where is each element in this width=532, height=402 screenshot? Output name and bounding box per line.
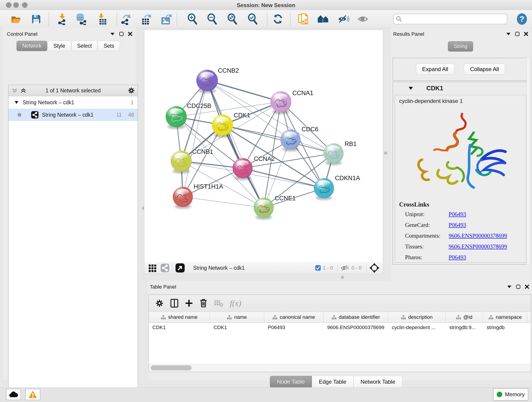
panel-close-icon[interactable] <box>524 32 528 36</box>
network-tree-header: 1 of 1 Network selected <box>8 85 138 96</box>
warning-status-button[interactable] <box>25 389 40 400</box>
hide-selected-button[interactable] <box>337 13 349 25</box>
selected-checkbox-icon[interactable] <box>315 265 321 271</box>
network-row[interactable]: String Network – cdk1 11 48 <box>8 109 138 121</box>
crosslink-link[interactable]: 9606.ENSP00000378699 <box>449 243 507 250</box>
tab-network-table[interactable]: Network Table <box>354 376 403 388</box>
tree-expander-icon[interactable] <box>14 101 19 104</box>
panel-close-icon[interactable] <box>128 32 133 36</box>
panel-menu-icon[interactable] <box>507 285 512 288</box>
node-CCNB2[interactable]: CCNB2 <box>196 67 239 93</box>
current-network-name: String Network – cdk1 <box>193 265 245 271</box>
import-table-icon <box>97 13 108 25</box>
clone-network-button[interactable] <box>297 13 309 25</box>
crosslink-link[interactable]: P06493 <box>449 211 466 217</box>
zoom-fit-button[interactable] <box>226 13 238 25</box>
collapse-all-button[interactable]: Collapse All <box>464 64 505 75</box>
table-options-gear-icon[interactable] <box>155 299 164 307</box>
zoom-in-icon <box>187 13 198 25</box>
apply-layout-button[interactable] <box>272 13 284 25</box>
zoom-selected-button[interactable] <box>247 13 259 25</box>
crosslink-link[interactable]: P06493 <box>449 222 466 228</box>
first-neighbors-button[interactable] <box>317 13 329 25</box>
bottom-splitter-handle[interactable] <box>341 276 344 279</box>
node-CDKN1A[interactable]: CDKN1A <box>314 175 360 200</box>
cloud-status-button[interactable] <box>6 389 21 400</box>
save-icon <box>31 14 41 24</box>
table-row[interactable]: CDK1CDK1P064939606.ENSP00000378699cyclin… <box>149 323 531 332</box>
column-label: namespace <box>496 314 522 320</box>
crosslink-link[interactable]: P06493 <box>449 254 466 261</box>
memory-label: Memory <box>505 391 525 398</box>
grid-view-icon[interactable] <box>148 263 157 273</box>
tab-network[interactable]: Network <box>17 41 47 51</box>
open-session-button[interactable] <box>10 13 22 25</box>
expand-all-button[interactable]: Expand All <box>416 64 454 75</box>
panel-float-icon[interactable] <box>516 284 520 289</box>
export-network-button[interactable] <box>120 13 132 25</box>
node-CCNE1[interactable]: CCNE1 <box>254 195 296 219</box>
import-network-from-database-button[interactable] <box>75 13 87 25</box>
export-table-button[interactable] <box>140 13 152 25</box>
table-hscroll-thumb[interactable] <box>151 365 191 370</box>
node-card-header[interactable]: CDK1 <box>393 82 528 95</box>
panel-menu-icon[interactable] <box>506 32 511 36</box>
save-session-button[interactable] <box>30 13 42 25</box>
column-header-name[interactable]: name <box>210 312 264 322</box>
help-button[interactable]: ? <box>516 13 528 26</box>
memory-button[interactable]: Memory <box>493 388 528 401</box>
tab-select[interactable]: Select <box>71 41 98 51</box>
card-collapse-icon[interactable] <box>409 87 413 90</box>
right-splitter-handle[interactable] <box>384 152 387 155</box>
tree-options-gear-icon[interactable] <box>128 87 135 94</box>
column-header-sharedname[interactable]: shared name <box>149 312 210 322</box>
node-RB1[interactable]: RB1 <box>323 140 357 165</box>
zoom-in-button[interactable] <box>186 13 198 25</box>
zoom-out-button[interactable] <box>206 13 218 25</box>
node-CCNA1[interactable]: CCNA1 <box>270 89 313 114</box>
tab-sets[interactable]: Sets <box>98 41 120 51</box>
network-canvas[interactable]: CCNB2CCNA1CDC25BCDK1CDC6RB1CCNB1CCNA2CDK… <box>144 30 383 262</box>
node-HIST1H1A[interactable]: HIST1H1A <box>173 183 223 209</box>
string-view-icon[interactable] <box>160 263 170 273</box>
table-body: CDK1CDK1P064939606.ENSP00000378699cyclin… <box>149 323 531 332</box>
create-column-icon[interactable] <box>185 299 193 307</box>
node-CDC25B[interactable]: CDC25B <box>166 102 211 129</box>
column-header-namespace[interactable]: namespace <box>483 312 527 322</box>
network-tree-box: 1 of 1 Network selected String Network –… <box>8 85 138 402</box>
import-table-button[interactable] <box>96 13 108 25</box>
show-all-button[interactable] <box>357 13 369 25</box>
tab-string[interactable]: String <box>448 41 473 51</box>
network-collection-row[interactable]: String Network – cdk1 1 <box>8 96 138 109</box>
results-scrollbar[interactable] <box>526 58 530 264</box>
table-hscrollbar[interactable] <box>149 364 531 371</box>
toolbar-separator <box>267 12 267 26</box>
crosslink-link[interactable]: 9606.ENSP00000378699 <box>449 233 507 239</box>
show-columns-icon[interactable] <box>170 299 178 308</box>
tab-node-table[interactable]: Node Table <box>270 376 312 388</box>
panel-menu-icon[interactable] <box>110 32 115 36</box>
column-header-canonicalname[interactable]: canonical name <box>264 312 323 322</box>
detach-view-icon[interactable] <box>175 263 185 273</box>
birdseye-navigator-icon[interactable] <box>369 263 380 273</box>
zoom-fit-icon <box>227 13 238 25</box>
network-graph[interactable]: CCNB2CCNA1CDC25BCDK1CDC6RB1CCNB1CCNA2CDK… <box>144 30 383 262</box>
hidden-eye-icon[interactable] <box>341 264 350 271</box>
search-input[interactable] <box>404 16 505 22</box>
tab-edge-table[interactable]: Edge Table <box>312 376 354 388</box>
panel-float-icon[interactable] <box>119 32 124 36</box>
node-CDK1[interactable]: CDK1 <box>212 112 250 138</box>
tab-style[interactable]: Style <box>48 41 71 51</box>
gene-description: cyclin-dependent kinase 1 <box>395 95 526 104</box>
panel-float-icon[interactable] <box>515 32 520 36</box>
column-header-databaseidentifier[interactable]: database identifier <box>323 312 388 322</box>
panel-close-icon[interactable] <box>525 284 529 289</box>
delete-column-icon[interactable] <box>200 299 207 308</box>
footer-separator <box>172 264 172 272</box>
node-CDC6[interactable]: CDC6 <box>280 126 318 151</box>
export-image-button[interactable] <box>160 13 172 25</box>
column-header-id[interactable]: @id <box>446 312 483 322</box>
import-network-button[interactable] <box>56 13 68 25</box>
crosslink-label: GeneCard: <box>405 222 449 228</box>
column-header-description[interactable]: description <box>388 312 446 322</box>
